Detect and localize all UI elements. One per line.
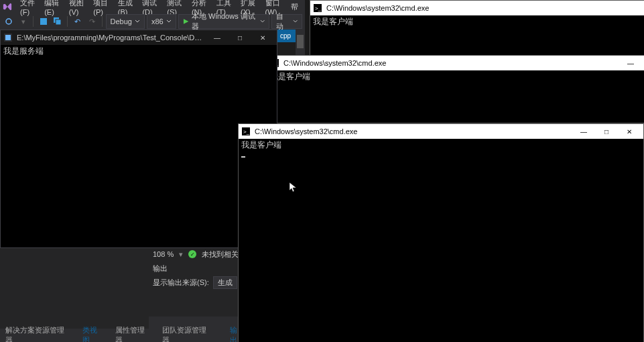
config-dropdown[interactable]: Debug bbox=[106, 14, 145, 29]
toolbar-separator bbox=[33, 16, 34, 27]
cmd2-minimize-button[interactable]: — bbox=[619, 56, 642, 70]
zoom-level[interactable]: 108 % bbox=[153, 250, 174, 258]
cmd-window-2: >_ C:\Windows\system32\cmd.exe — 我是客户端 bbox=[267, 55, 644, 123]
cmd1-line1: 我是客户端 bbox=[313, 17, 353, 26]
server-console-titlebar[interactable]: E:\MyFiles\programming\MyPrograms\Test_C… bbox=[1, 30, 277, 45]
tab-solution-explorer[interactable]: 解决方案资源管理器 bbox=[0, 324, 77, 342]
cmd2-body: 我是客户端 bbox=[267, 70, 644, 83]
cmd1-titlebar[interactable]: >_ C:\Windows\system32\cmd.exe bbox=[310, 1, 644, 15]
cpp-tab[interactable]: cpp bbox=[275, 30, 296, 42]
output-source-select[interactable]: 生成 bbox=[213, 276, 237, 289]
server-line1: 我是服务端 bbox=[3, 46, 44, 56]
svg-text:>_: >_ bbox=[315, 5, 322, 11]
server-maximize-button[interactable]: □ bbox=[229, 30, 251, 45]
cmd2-titlebar[interactable]: >_ C:\Windows\system32\cmd.exe — bbox=[267, 56, 644, 70]
redo-icon[interactable]: ↷ bbox=[86, 15, 99, 28]
cmd1-body: 我是客户端 bbox=[310, 15, 644, 28]
text-cursor bbox=[241, 156, 245, 158]
cmd-icon: >_ bbox=[313, 3, 322, 13]
cmd3-titlebar[interactable]: >_ C:\Windows\system32\cmd.exe — □ ✕ bbox=[239, 124, 643, 139]
tab-property-manager[interactable]: 属性管理器 bbox=[110, 324, 157, 342]
vs-toolbar: ▾ ↶ ↷ Debug x86 本地 Windows 调试器 自动 bbox=[0, 13, 305, 30]
server-minimize-button[interactable]: — bbox=[206, 30, 229, 45]
svg-point-0 bbox=[6, 19, 11, 24]
cmd2-title: C:\Windows\system32\cmd.exe bbox=[283, 59, 619, 67]
cmd3-body: 我是客户端 bbox=[239, 139, 643, 162]
svg-rect-3 bbox=[56, 19, 61, 25]
toolbar-separator bbox=[102, 16, 103, 27]
tab-class-view[interactable]: 类视图 bbox=[77, 324, 110, 342]
cmd-window-3: >_ C:\Windows\system32\cmd.exe — □ ✕ 我是客… bbox=[238, 123, 644, 342]
nav-back-icon[interactable] bbox=[3, 15, 15, 28]
cmd3-maximize-button[interactable]: □ bbox=[595, 124, 618, 139]
server-console-window: E:\MyFiles\programming\MyPrograms\Test_C… bbox=[0, 30, 277, 248]
server-close-button[interactable]: ✕ bbox=[251, 30, 274, 45]
svg-rect-9 bbox=[5, 35, 11, 40]
platform-dropdown[interactable]: x86 bbox=[147, 14, 176, 29]
cmd3-close-button[interactable]: ✕ bbox=[618, 124, 641, 139]
cmd-icon: >_ bbox=[241, 127, 251, 136]
auto-value: 自动 bbox=[276, 11, 289, 32]
vs-menubar: 文件(F) 编辑(E) 视图(V) 项目(P) 生成(B) 调试(D) 测试(S… bbox=[0, 0, 305, 13]
run-debug-button[interactable]: 本地 Windows 调试器 bbox=[178, 14, 270, 29]
server-console-title: E:\MyFiles\programming\MyPrograms\Test_C… bbox=[17, 34, 206, 42]
svg-rect-1 bbox=[40, 18, 47, 25]
save-icon[interactable] bbox=[37, 15, 50, 28]
platform-value: x86 bbox=[151, 17, 164, 25]
vs-left-panel bbox=[0, 247, 149, 329]
cmd3-title: C:\Windows\system32\cmd.exe bbox=[255, 127, 572, 135]
server-console-body: 我是服务端 bbox=[1, 45, 277, 58]
output-show-from-label: 显示输出来源(S): bbox=[153, 278, 209, 288]
cmd1-title: C:\Windows\system32\cmd.exe bbox=[326, 4, 642, 12]
cmd-window-1: >_ C:\Windows\system32\cmd.exe 我是客户端 bbox=[310, 0, 644, 56]
vs-right-tab-strip: cpp bbox=[275, 30, 296, 42]
scrollbar-thumb[interactable] bbox=[297, 35, 304, 48]
vs-logo-icon bbox=[3, 2, 12, 11]
nav-fwd-icon[interactable]: ▾ bbox=[17, 15, 30, 28]
undo-icon[interactable]: ↶ bbox=[71, 15, 84, 28]
exe-icon bbox=[3, 33, 13, 42]
toolbar-separator bbox=[67, 16, 68, 27]
svg-text:>_: >_ bbox=[243, 129, 250, 135]
no-issues-icon: ✓ bbox=[188, 250, 196, 258]
save-all-icon[interactable] bbox=[52, 15, 64, 28]
run-label: 本地 Windows 调试器 bbox=[192, 11, 257, 32]
auto-dropdown[interactable]: 自动 bbox=[271, 14, 302, 29]
cmd3-minimize-button[interactable]: — bbox=[572, 124, 595, 139]
tab-team-explorer[interactable]: 团队资源管理器 bbox=[157, 324, 219, 342]
config-value: Debug bbox=[111, 17, 132, 25]
cmd3-line1: 我是客户端 bbox=[241, 140, 281, 150]
